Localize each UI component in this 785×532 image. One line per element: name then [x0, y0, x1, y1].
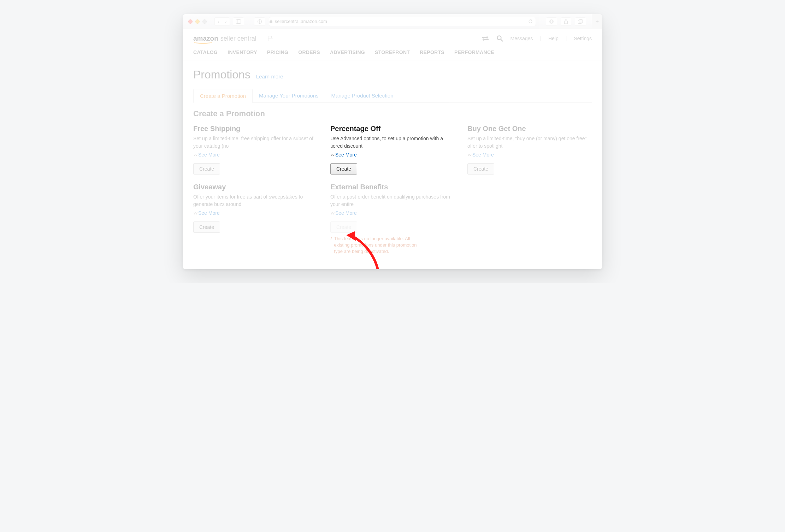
card-title: Buy One Get One	[467, 125, 592, 133]
create-button-giveaway[interactable]: Create	[193, 221, 220, 233]
card-external-benefits: External Benefits Offer a post-order ben…	[330, 183, 455, 255]
search-icon[interactable]	[496, 35, 503, 42]
chevron-down-icon: ∨∨	[193, 211, 197, 215]
tabs-button[interactable]	[575, 17, 586, 26]
logo-brand: amazon	[193, 35, 218, 42]
share-button[interactable]	[561, 17, 571, 26]
learn-more-link[interactable]: Learn more	[256, 73, 283, 79]
url-host: sellercentral.amazon.com	[275, 19, 327, 24]
promotion-tabs: Create a Promotion Manage Your Promotion…	[193, 89, 592, 103]
tab-create-promotion[interactable]: Create a Promotion	[193, 89, 253, 103]
svg-rect-0	[236, 19, 241, 23]
app-header: amazon seller central Messages | Help | …	[183, 29, 602, 46]
card-description: Set up a limited-time, "buy one (or many…	[467, 135, 592, 150]
tab-manage-product-selection[interactable]: Manage Product Selection	[325, 89, 400, 102]
amazon-seller-central-logo[interactable]: amazon seller central	[193, 35, 256, 42]
svg-rect-9	[579, 19, 583, 23]
browser-window: ‹ › sellercentral.amazon.com	[183, 14, 602, 269]
svg-point-10	[497, 36, 501, 40]
card-description: Set up a limited-time, free shipping off…	[193, 135, 318, 150]
nav-reports[interactable]: REPORTS	[420, 49, 444, 55]
maximize-window-icon[interactable]	[202, 19, 207, 24]
nav-catalog[interactable]: CATALOG	[193, 49, 218, 55]
card-percentage-off: Percentage Off Use Advanced options, to …	[330, 125, 455, 175]
chevron-down-icon: ∨∨	[467, 153, 471, 157]
nav-performance[interactable]: PERFORMANCE	[454, 49, 494, 55]
nav-buttons: ‹ ›	[214, 17, 230, 26]
svg-rect-3	[259, 21, 260, 23]
flag-icon[interactable]	[267, 35, 273, 42]
chevron-down-icon: ∨∨	[193, 153, 197, 157]
switch-icon[interactable]	[482, 36, 489, 41]
warning-text: This feature is no longer available. All…	[334, 236, 422, 255]
see-more-link[interactable]: ∨∨ See More	[330, 152, 455, 158]
chevron-down-icon: ∨∨	[330, 153, 334, 157]
messages-link[interactable]: Messages	[510, 36, 533, 41]
see-more-link[interactable]: ∨∨ See More	[330, 210, 455, 216]
forward-button[interactable]: ›	[222, 17, 230, 26]
settings-link[interactable]: Settings	[574, 36, 592, 41]
content-area: Promotions Learn more Create a Promotion…	[183, 60, 602, 269]
chevron-down-icon: ∨∨	[330, 211, 334, 215]
new-tab-button[interactable]: +	[592, 14, 602, 29]
page-title: Promotions	[193, 68, 250, 81]
card-title: External Benefits	[330, 183, 455, 191]
svg-rect-5	[270, 21, 272, 23]
card-giveaway: Giveaway Offer your items for free as pa…	[193, 183, 318, 255]
close-window-icon[interactable]	[188, 19, 193, 24]
section-title: Create a Promotion	[193, 109, 592, 118]
card-description: Offer your items for free as part of swe…	[193, 193, 318, 208]
nav-inventory[interactable]: INVENTORY	[228, 49, 257, 55]
downloads-button[interactable]	[546, 17, 557, 26]
create-button-percentage-off[interactable]: Create	[330, 163, 357, 175]
warning-icon: !	[330, 236, 332, 255]
minimize-window-icon[interactable]	[195, 19, 200, 24]
create-button-free-shipping[interactable]: Create	[193, 163, 220, 175]
card-title: Free Shipping	[193, 125, 318, 133]
main-nav: CATALOG INVENTORY PRICING ORDERS ADVERTI…	[183, 46, 602, 60]
address-bar[interactable]: sellercentral.amazon.com	[269, 17, 536, 26]
card-free-shipping: Free Shipping Set up a limited-time, fre…	[193, 125, 318, 175]
card-description: Offer a post-order benefit on qualifying…	[330, 193, 455, 208]
create-button-external-benefits: Create	[330, 221, 357, 233]
see-more-link[interactable]: ∨∨ See More	[193, 152, 318, 158]
create-button-bogo[interactable]: Create	[467, 163, 494, 175]
nav-orders[interactable]: ORDERS	[298, 49, 320, 55]
help-link[interactable]: Help	[548, 36, 559, 41]
card-description: Use Advanced options, to set up a promot…	[330, 135, 455, 150]
privacy-report-button[interactable]	[254, 17, 265, 26]
logo-sub: seller central	[220, 35, 256, 42]
reload-icon[interactable]	[528, 19, 533, 24]
svg-rect-4	[259, 20, 260, 20]
see-more-link[interactable]: ∨∨ See More	[467, 152, 592, 158]
promotion-grid: Free Shipping Set up a limited-time, fre…	[193, 125, 592, 255]
card-title: Giveaway	[193, 183, 318, 191]
nav-advertising[interactable]: ADVERTISING	[330, 49, 365, 55]
warning-message: ! This feature is no longer available. A…	[330, 236, 422, 255]
tab-manage-promotions[interactable]: Manage Your Promotions	[253, 89, 325, 102]
lock-icon	[269, 19, 273, 24]
window-controls	[188, 19, 207, 24]
see-more-link[interactable]: ∨∨ See More	[193, 210, 318, 216]
nav-pricing[interactable]: PRICING	[267, 49, 288, 55]
card-title: Percentage Off	[330, 125, 455, 133]
nav-storefront[interactable]: STOREFRONT	[375, 49, 410, 55]
back-button[interactable]: ‹	[214, 17, 222, 26]
browser-titlebar: ‹ › sellercentral.amazon.com	[183, 14, 602, 29]
sidebar-toggle[interactable]	[233, 17, 244, 26]
card-buy-one-get-one: Buy One Get One Set up a limited-time, "…	[467, 125, 592, 175]
